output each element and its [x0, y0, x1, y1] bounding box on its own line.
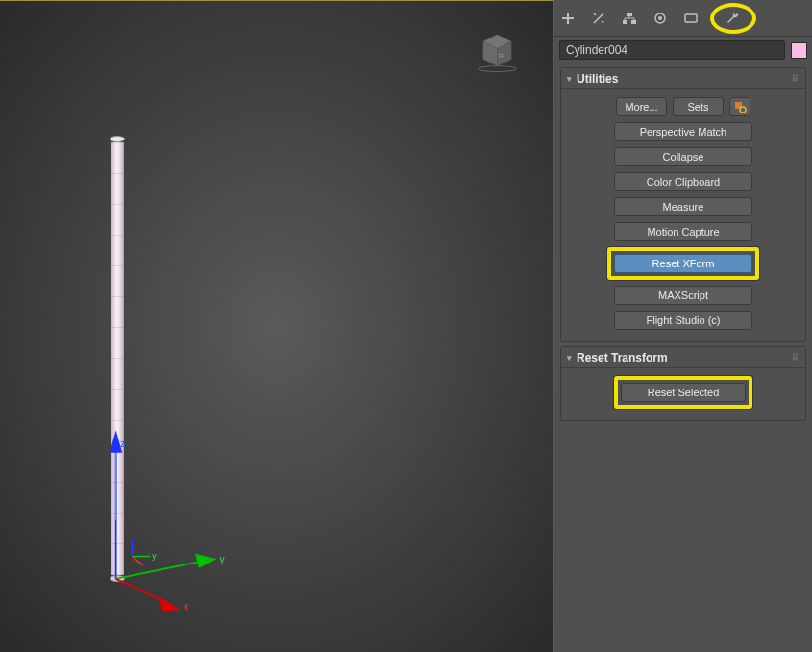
reset-selected-button[interactable]: Reset Selected [621, 383, 746, 402]
svg-point-26 [740, 107, 746, 113]
cylinder-object[interactable] [109, 136, 126, 592]
reset-xform-button[interactable]: Reset XForm [614, 254, 752, 273]
svg-rect-24 [685, 14, 697, 22]
flight-studio-button[interactable]: Flight Studio (c) [614, 311, 752, 330]
reset-selected-highlight: Reset Selected [614, 376, 752, 409]
create-tab-icon[interactable] [558, 9, 578, 28]
svg-text:FR: FR [498, 53, 504, 59]
utilities-tab-icon[interactable] [724, 9, 743, 28]
reset-transform-title: Reset Transform [577, 351, 668, 364]
svg-marker-10 [195, 554, 217, 568]
svg-marker-13 [160, 597, 182, 612]
svg-text:y: y [219, 554, 225, 564]
viewcube[interactable]: FR [471, 22, 524, 75]
utilities-tab-highlight [710, 3, 756, 34]
color-clipboard-button[interactable]: Color Clipboard [614, 172, 752, 191]
sets-button[interactable]: Sets [673, 97, 724, 116]
svg-text:y: y [152, 551, 157, 561]
more-button[interactable]: More... [616, 97, 667, 116]
measure-button[interactable]: Measure [614, 197, 752, 216]
rollout-grip-icon: ⠿ [792, 74, 800, 84]
perspective-match-button[interactable]: Perspective Match [614, 122, 752, 141]
svg-line-9 [116, 561, 205, 579]
collapse-button[interactable]: Collapse [614, 147, 752, 166]
maxscript-button[interactable]: MAXScript [614, 286, 752, 305]
modify-tab-icon[interactable] [589, 9, 608, 28]
reset-transform-header[interactable]: Reset Transform ⠿ [561, 347, 805, 368]
utilities-rollout-header[interactable]: Utilities ⠿ [561, 68, 805, 89]
viewport[interactable]: FR z y x y [0, 0, 554, 652]
object-name-row [554, 37, 812, 63]
motion-tab-icon[interactable] [651, 9, 670, 28]
svg-text:x: x [184, 601, 189, 612]
object-color-swatch[interactable] [791, 42, 807, 59]
reset-transform-rollout: Reset Transform ⠿ Reset Selected [560, 346, 806, 421]
svg-rect-19 [627, 13, 632, 16]
svg-point-4 [478, 66, 516, 72]
panel-tab-bar [554, 0, 812, 37]
motion-capture-button[interactable]: Motion Capture [614, 222, 752, 241]
rollout-grip-icon: ⠿ [792, 353, 800, 363]
svg-rect-20 [623, 20, 627, 24]
utilities-rollout: Utilities ⠿ More... Sets Perspective Mat… [560, 67, 806, 342]
display-tab-icon[interactable] [681, 9, 701, 28]
svg-point-23 [658, 16, 662, 20]
hierarchy-tab-icon[interactable] [620, 9, 639, 28]
svg-line-17 [133, 557, 143, 565]
reset-xform-highlight: Reset XForm [607, 247, 759, 280]
configure-button[interactable] [729, 97, 750, 116]
command-panel: Utilities ⠿ More... Sets Perspective Mat… [554, 0, 812, 652]
svg-rect-21 [631, 20, 636, 24]
object-name-input[interactable] [559, 40, 785, 60]
utilities-title: Utilities [577, 72, 618, 86]
